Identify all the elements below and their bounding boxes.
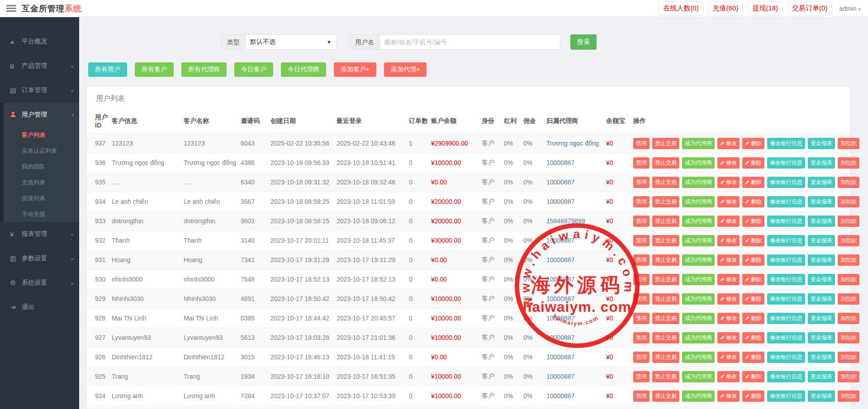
forbid-trade-button[interactable]: 禁止交易 xyxy=(652,177,679,188)
trade-orders-button[interactable]: 交易订单(0) xyxy=(787,1,832,15)
online-count-button[interactable]: 在线人数(0) xyxy=(658,1,703,15)
edit-bank-info-button[interactable]: 修改银行信息 xyxy=(767,293,805,305)
forbid-trade-button[interactable]: 禁止交易 xyxy=(652,138,679,149)
edit-bank-info-button[interactable]: 修改银行信息 xyxy=(767,177,805,188)
delete-user-button[interactable]: 删除 xyxy=(742,313,764,324)
adjust-balance-button[interactable]: 加扣款 xyxy=(838,157,859,169)
adjust-balance-button[interactable]: 加扣款 xyxy=(838,196,859,207)
edit-bank-info-button[interactable]: 修改银行信息 xyxy=(767,254,805,266)
cell-agent-link[interactable]: 10000887 xyxy=(546,309,606,328)
funds-report-button[interactable]: 资金报表 xyxy=(808,390,835,402)
disable-user-button[interactable]: 禁用 xyxy=(633,352,650,363)
delete-user-button[interactable]: 删除 xyxy=(742,390,764,402)
all-users-button[interactable]: 所有用户 xyxy=(88,62,127,77)
make-agent-button[interactable]: 成为代理商 xyxy=(682,177,715,188)
delete-user-button[interactable]: 删除 xyxy=(742,196,764,207)
cell-agent-link[interactable]: 10000887 xyxy=(546,289,606,309)
sidebar-item-parameter-settings[interactable]: ▥ 参数设置 ▸ xyxy=(0,246,79,271)
cell-agent-link[interactable]: 10000887 xyxy=(546,192,606,212)
edit-bank-info-button[interactable]: 修改银行信息 xyxy=(767,157,805,169)
cell-agent-link[interactable]: 10000887 xyxy=(546,173,606,192)
make-agent-button[interactable]: 成为代理商 xyxy=(682,332,715,343)
edit-user-button[interactable]: 修改 xyxy=(717,254,740,266)
make-agent-button[interactable]: 成为代理商 xyxy=(682,274,715,285)
add-customer-button[interactable]: 添加客户+ xyxy=(334,62,376,77)
delete-user-button[interactable]: 删除 xyxy=(742,332,764,343)
disable-user-button[interactable]: 禁用 xyxy=(633,138,650,149)
funds-report-button[interactable]: 资金报表 xyxy=(808,177,835,188)
delete-user-button[interactable]: 删除 xyxy=(742,216,764,227)
edit-bank-info-button[interactable]: 修改银行信息 xyxy=(767,196,805,207)
delete-user-button[interactable]: 删除 xyxy=(742,352,764,363)
menu-toggle-icon[interactable] xyxy=(6,5,16,12)
cell-agent-link[interactable]: 10000887 xyxy=(546,231,606,250)
sidebar-item-order-management[interactable]: ▤ 订单管理 ▸ xyxy=(0,78,79,103)
edit-bank-info-button[interactable]: 修改银行信息 xyxy=(767,216,805,227)
sidebar-subitem-my-team[interactable]: 我的团队 xyxy=(0,159,79,174)
edit-user-button[interactable]: 修改 xyxy=(717,196,740,207)
make-agent-button[interactable]: 成为代理商 xyxy=(682,196,715,207)
cell-agent-link[interactable]: 10000887 xyxy=(546,328,606,348)
delete-user-button[interactable]: 删除 xyxy=(742,177,764,188)
edit-user-button[interactable]: 修改 xyxy=(717,293,740,305)
edit-user-button[interactable]: 修改 xyxy=(717,157,740,169)
cell-agent-link[interactable]: 10000887 xyxy=(546,153,606,173)
sidebar-subitem-recharge-list[interactable]: 充值列表 xyxy=(0,174,79,190)
sidebar-item-report-management[interactable]: ¥ 报表管理 ▸ xyxy=(0,222,79,246)
funds-report-button[interactable]: 资金报表 xyxy=(808,216,835,227)
disable-user-button[interactable]: 禁用 xyxy=(633,371,650,382)
adjust-balance-button[interactable]: 加扣款 xyxy=(838,352,859,363)
forbid-trade-button[interactable]: 禁止交易 xyxy=(652,313,679,324)
make-agent-button[interactable]: 成为代理商 xyxy=(682,390,715,402)
make-agent-button[interactable]: 成为代理商 xyxy=(682,371,715,382)
edit-bank-info-button[interactable]: 修改银行信息 xyxy=(767,332,805,343)
funds-report-button[interactable]: 资金报表 xyxy=(808,254,835,266)
make-agent-button[interactable]: 成为代理商 xyxy=(682,293,715,305)
delete-user-button[interactable]: 删除 xyxy=(742,293,764,305)
funds-report-button[interactable]: 资金报表 xyxy=(808,371,835,382)
forbid-trade-button[interactable]: 禁止交易 xyxy=(652,235,679,246)
funds-report-button[interactable]: 资金报表 xyxy=(808,293,835,305)
disable-user-button[interactable]: 禁用 xyxy=(633,157,650,169)
adjust-balance-button[interactable]: 加扣款 xyxy=(838,216,859,227)
adjust-balance-button[interactable]: 加扣款 xyxy=(838,293,859,305)
disable-user-button[interactable]: 禁用 xyxy=(633,390,650,402)
all-customers-button[interactable]: 所有客户 xyxy=(135,62,174,77)
forbid-trade-button[interactable]: 禁止交易 xyxy=(652,157,679,169)
edit-user-button[interactable]: 修改 xyxy=(717,371,740,382)
search-button[interactable]: 搜索 xyxy=(570,34,597,50)
forbid-trade-button[interactable]: 禁止交易 xyxy=(652,254,679,266)
edit-user-button[interactable]: 修改 xyxy=(717,138,740,149)
funds-report-button[interactable]: 资金报表 xyxy=(808,313,835,324)
sidebar-subitem-manual-recharge[interactable]: 手动充值 xyxy=(0,206,79,222)
funds-report-button[interactable]: 资金报表 xyxy=(808,157,835,169)
disable-user-button[interactable]: 禁用 xyxy=(633,332,650,343)
forbid-trade-button[interactable]: 禁止交易 xyxy=(652,216,679,227)
edit-user-button[interactable]: 修改 xyxy=(717,390,740,402)
edit-bank-info-button[interactable]: 修改银行信息 xyxy=(767,390,805,402)
cell-agent-link[interactable]: 10000887 xyxy=(546,348,606,367)
disable-user-button[interactable]: 禁用 xyxy=(633,313,650,324)
adjust-balance-button[interactable]: 加扣款 xyxy=(838,235,859,246)
make-agent-button[interactable]: 成为代理商 xyxy=(682,352,715,363)
funds-report-button[interactable]: 资金报表 xyxy=(808,138,835,149)
funds-report-button[interactable]: 资金报表 xyxy=(808,352,835,363)
edit-user-button[interactable]: 修改 xyxy=(717,235,740,246)
make-agent-button[interactable]: 成为代理商 xyxy=(682,157,715,169)
make-agent-button[interactable]: 成为代理商 xyxy=(682,313,715,324)
make-agent-button[interactable]: 成为代理商 xyxy=(682,235,715,246)
edit-user-button[interactable]: 修改 xyxy=(717,332,740,343)
funds-report-button[interactable]: 资金报表 xyxy=(808,274,835,285)
delete-user-button[interactable]: 删除 xyxy=(742,254,764,266)
sidebar-item-platform-overview[interactable]: ◕ 平台概况 xyxy=(0,29,79,54)
adjust-balance-button[interactable]: 加扣款 xyxy=(838,313,859,324)
adjust-balance-button[interactable]: 加扣款 xyxy=(838,254,859,266)
type-select[interactable]: 默认不选 ▼ xyxy=(245,34,337,50)
delete-user-button[interactable]: 删除 xyxy=(742,138,764,149)
adjust-balance-button[interactable]: 加扣款 xyxy=(838,138,859,149)
delete-user-button[interactable]: 删除 xyxy=(742,157,764,169)
delete-user-button[interactable]: 删除 xyxy=(742,274,764,285)
edit-user-button[interactable]: 修改 xyxy=(717,216,740,227)
sidebar-item-system-settings[interactable]: ⚙ 系统设置 ▸ xyxy=(0,271,79,295)
disable-user-button[interactable]: 禁用 xyxy=(633,196,650,207)
